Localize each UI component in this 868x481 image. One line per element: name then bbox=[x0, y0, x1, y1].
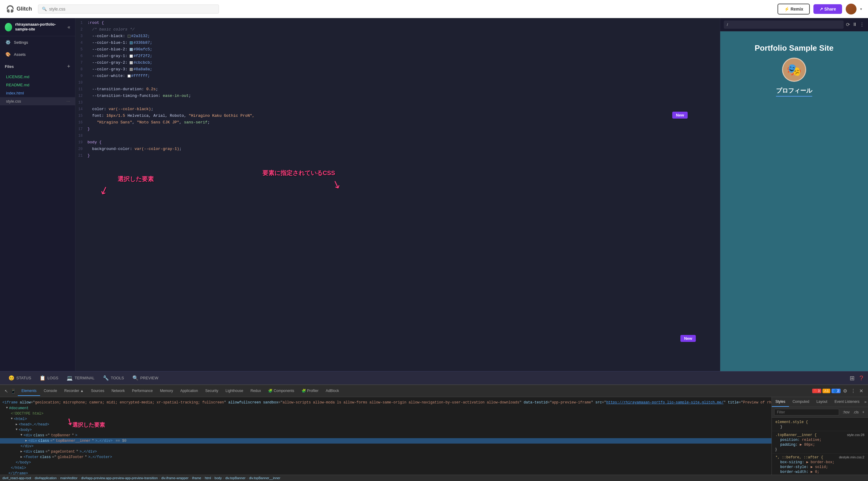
files-section: Files + bbox=[0, 60, 75, 73]
remix-button[interactable]: ⚡ Remix bbox=[777, 4, 810, 14]
file-item-license[interactable]: LICENSE.md bbox=[0, 73, 75, 81]
file-item-readme[interactable]: README.md bbox=[0, 81, 75, 89]
tab-application[interactable]: Application bbox=[177, 386, 202, 396]
styles-tab-event-listeners[interactable]: Event Listeners bbox=[831, 397, 863, 407]
bc-react-root[interactable]: div#_react-app-root bbox=[2, 476, 31, 480]
preview-actions: ⟳ ⏸ ⋮ bbox=[846, 22, 864, 27]
code-line-14: 14 color: var(--color-black); bbox=[75, 107, 720, 114]
bc-body[interactable]: body bbox=[214, 476, 222, 480]
preview-subtitle: プロフィール bbox=[776, 87, 812, 96]
code-line-19: 19 body { bbox=[75, 140, 720, 147]
sidebar-item-assets[interactable]: 🎨 Assets bbox=[0, 48, 75, 60]
devtools-close-icon[interactable]: ✕ bbox=[858, 387, 864, 395]
element-inspector-icon[interactable]: ↖ bbox=[4, 388, 9, 394]
tab-recorder[interactable]: Recorder ▲ bbox=[61, 386, 88, 396]
project-name: rhirayamaaan-portfolio-sample-site bbox=[15, 22, 67, 32]
styles-filter: :hov .cls + bbox=[772, 407, 868, 418]
devtools-more-icon[interactable]: ⋮ bbox=[849, 387, 857, 395]
search-input[interactable] bbox=[49, 7, 215, 11]
avatar-chevron-icon[interactable]: ▾ bbox=[860, 7, 862, 11]
dom-node-html: ▼ <html> bbox=[0, 416, 772, 422]
dom-node-topbanner-inner[interactable]: ▶ <div class="topBanner__inner">…</div> … bbox=[0, 438, 772, 444]
terminal-button[interactable]: 💻 TERMINAL bbox=[63, 373, 98, 383]
file-name-readme: README.md bbox=[6, 83, 29, 87]
files-label: Files bbox=[5, 64, 14, 69]
main-layout: rhirayamaaan-portfolio-sample-site « ⚙️ … bbox=[0, 18, 868, 481]
new-badge-overlay: New bbox=[672, 112, 688, 119]
breadcrumb: div#_react-app-root › div#application › … bbox=[0, 475, 868, 481]
bc-topbanner-inner[interactable]: div.topBanner__inner bbox=[249, 476, 280, 480]
settings-gear-icon[interactable]: ⚙ bbox=[842, 387, 848, 395]
styles-tabs-more-icon[interactable]: » bbox=[863, 397, 868, 407]
code-line-9: 9 --color-white: #ffffff; bbox=[75, 73, 720, 80]
tools-button[interactable]: 🔧 TOOLS bbox=[99, 373, 128, 383]
sidebar-item-settings[interactable]: ⚙️ Settings bbox=[0, 36, 75, 48]
search-bar[interactable]: 🔍 bbox=[38, 4, 219, 13]
tab-memory[interactable]: Memory bbox=[156, 386, 177, 396]
dom-node-document: ▼ #document bbox=[0, 405, 772, 411]
tab-adblock[interactable]: AdBlock bbox=[322, 386, 343, 396]
bc-html[interactable]: html bbox=[205, 476, 211, 480]
file-name-license: LICENSE.md bbox=[6, 74, 29, 79]
devtools-left-icons: ↖ 📱 bbox=[2, 388, 18, 394]
pause-icon[interactable]: ⏸ bbox=[852, 22, 857, 27]
code-line-10: 10 bbox=[75, 80, 720, 87]
logs-button[interactable]: 📋 LOGS bbox=[36, 373, 62, 383]
code-line-5: 5 --color-blue-2: #90afc5; bbox=[75, 47, 720, 54]
code-line-11: 11 --transition-duration: 0.2s; bbox=[75, 87, 720, 94]
tab-performance[interactable]: Performance bbox=[128, 386, 157, 396]
help-icon[interactable]: ? bbox=[860, 374, 863, 382]
preview-button[interactable]: 🔍 PREVIEW bbox=[129, 373, 162, 383]
tab-profiler[interactable]: 🧩 Profiler bbox=[298, 386, 322, 396]
styles-tab-layout[interactable]: Layout bbox=[813, 397, 831, 407]
styles-tab-computed[interactable]: Computed bbox=[789, 397, 813, 407]
refresh-icon[interactable]: ⟳ bbox=[846, 22, 850, 27]
file-item-style[interactable]: style.css ⋯ bbox=[0, 97, 75, 105]
bc-app-preview[interactable]: div#app-preview.app-preview-app-preview-… bbox=[81, 476, 158, 480]
tab-components[interactable]: 🧩 Components bbox=[265, 386, 298, 396]
tab-redux[interactable]: Redux bbox=[247, 386, 265, 396]
bc-application[interactable]: div#application bbox=[35, 476, 57, 480]
code-editor[interactable]: 1 :root { 2 /* basic colors */ 3 --color… bbox=[75, 18, 720, 371]
bc-iframe-wrapper[interactable]: div.iframe-wrapper bbox=[161, 476, 188, 480]
tab-console[interactable]: Console bbox=[40, 386, 61, 396]
bc-topbanner[interactable]: div.topBanner bbox=[225, 476, 246, 480]
assets-icon: 🎨 bbox=[5, 51, 11, 57]
tab-network[interactable]: Network bbox=[108, 386, 128, 396]
preview-avatar-circle: 🎭 bbox=[782, 58, 806, 82]
device-emulation-icon[interactable]: 📱 bbox=[10, 388, 17, 394]
file-item-index[interactable]: index.html bbox=[0, 89, 75, 97]
bc-iframe[interactable]: iframe bbox=[192, 476, 202, 480]
styles-tab-styles[interactable]: Styles bbox=[772, 397, 789, 407]
logo-text: Glitch bbox=[17, 6, 32, 12]
preview-pane: ⟳ ⏸ ⋮ Portfolio Sample Site 🎭 プロフィール bbox=[720, 18, 868, 371]
avatar[interactable] bbox=[846, 4, 857, 14]
css-selector-element-style: element.style { bbox=[775, 420, 808, 424]
share-button[interactable]: ↗ Share bbox=[813, 4, 842, 14]
file-more-icon[interactable]: ⋯ bbox=[66, 99, 70, 103]
avatar-image bbox=[846, 4, 857, 14]
tab-security[interactable]: Security bbox=[202, 386, 222, 396]
filter-hov-button[interactable]: :hov bbox=[841, 410, 851, 415]
status-button[interactable]: 😊 STATUS bbox=[5, 373, 35, 383]
filter-plus-icon[interactable]: + bbox=[861, 410, 866, 415]
preview-icon: 🔍 bbox=[132, 375, 138, 381]
more-options-icon[interactable]: ⋮ bbox=[860, 22, 864, 27]
filter-input[interactable] bbox=[774, 409, 839, 416]
tab-elements[interactable]: Elements bbox=[18, 386, 40, 396]
filter-cls-button[interactable]: .cls bbox=[852, 410, 860, 415]
search-icon: 🔍 bbox=[42, 7, 47, 11]
collapse-sidebar-button[interactable]: « bbox=[67, 25, 70, 30]
add-file-button[interactable]: + bbox=[67, 63, 70, 70]
dom-node-doctype: <!DOCTYPE html> bbox=[0, 411, 772, 416]
code-scroll[interactable]: 1 :root { 2 /* basic colors */ 3 --color… bbox=[75, 18, 720, 371]
dom-panel[interactable]: <iframe allow="geolocation; microphone; … bbox=[0, 397, 772, 475]
status-icon: 😊 bbox=[8, 375, 14, 381]
preview-title: Portfolio Sample Site bbox=[754, 43, 834, 53]
top-actions: ⚡ Remix ↗ Share ▾ bbox=[777, 4, 862, 14]
sidebar: rhirayamaaan-portfolio-sample-site « ⚙️ … bbox=[0, 18, 75, 371]
tab-sources[interactable]: Sources bbox=[88, 386, 108, 396]
tab-lighthouse[interactable]: Lighthouse bbox=[222, 386, 247, 396]
preview-url-input[interactable] bbox=[724, 21, 843, 29]
bc-editor[interactable]: main#editor bbox=[60, 476, 78, 480]
